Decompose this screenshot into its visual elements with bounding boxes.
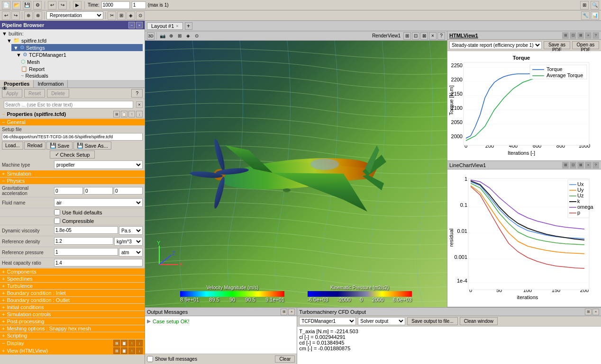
- use-fluid-defaults-label[interactable]: Use fluid defaults: [54, 209, 143, 215]
- turbulence-section-header[interactable]: + Turbulence: [0, 283, 145, 289]
- html-view-dropdown[interactable]: Steady-state report (efficiency probe 1): [449, 41, 542, 49]
- simulation-section-header[interactable]: + Simulation: [0, 170, 145, 177]
- redo-icon[interactable]: ↪: [58, 1, 67, 9]
- layout-tab-close[interactable]: ×: [176, 24, 178, 28]
- save-pdf-button[interactable]: Save as PDF: [544, 41, 570, 49]
- tb2-icon5[interactable]: ✂: [108, 11, 116, 20]
- view-icon3[interactable]: ⊙: [193, 32, 200, 40]
- clear-button[interactable]: Clear: [275, 355, 295, 363]
- search-clear-btn[interactable]: ×: [136, 101, 143, 108]
- tb2-icon2[interactable]: ↪: [11, 11, 20, 20]
- compressible-checkbox-label[interactable]: Compressible: [54, 218, 143, 224]
- use-fluid-defaults-checkbox[interactable]: [54, 209, 60, 215]
- heat-cap-input[interactable]: [54, 259, 143, 266]
- meshing-section-header[interactable]: + Meshing options : Snappy hex mesh: [0, 325, 145, 332]
- reset-button[interactable]: Reset: [24, 89, 45, 98]
- delete-button[interactable]: Delete: [47, 89, 69, 98]
- om-btn2[interactable]: ×: [288, 309, 295, 315]
- play-icon[interactable]: ▶: [73, 1, 82, 9]
- view-btn3[interactable]: ↑: [128, 347, 135, 354]
- general-section-header[interactable]: − General: [0, 119, 145, 125]
- html-view-btn3[interactable]: ⊠: [577, 32, 584, 39]
- props-btn1[interactable]: ⊞: [113, 111, 120, 117]
- open-pdf-button[interactable]: Open as PDF: [572, 41, 599, 49]
- ref-pressure-unit[interactable]: atm: [119, 248, 143, 257]
- save-output-button[interactable]: Save output to file...: [407, 317, 457, 325]
- lc-btn3[interactable]: ⊠: [577, 162, 584, 169]
- tree-settings[interactable]: ▼ ⚙ Settings: [11, 44, 143, 51]
- view-3d-btn[interactable]: 3D: [147, 32, 155, 40]
- tcfd-manager-select[interactable]: TCFDManager1: [299, 317, 356, 325]
- post-processing-section-header[interactable]: + Post-processing: [0, 318, 145, 325]
- machine-type-select[interactable]: propeller: [54, 160, 143, 169]
- reload-button[interactable]: Reload: [24, 142, 46, 150]
- expand-triangle[interactable]: ▶: [147, 318, 151, 324]
- axis-icon[interactable]: ⊕: [167, 32, 175, 40]
- show-full-messages-checkbox[interactable]: [147, 356, 153, 362]
- add-tab-button[interactable]: +: [185, 22, 192, 30]
- display-btn4[interactable]: ↓: [136, 340, 143, 346]
- visibility-eye[interactable]: 👁: [2, 85, 8, 92]
- scripting-section-header[interactable]: + Scripting: [0, 332, 145, 339]
- lc-close[interactable]: ×: [585, 162, 592, 169]
- render-area[interactable]: X Y Z Velocity Magnitude (m/s): [145, 41, 447, 307]
- dynamic-viscosity-unit[interactable]: Pa.s: [119, 226, 143, 235]
- time-input[interactable]: [101, 1, 130, 9]
- solver-output-select[interactable]: Solver output: [358, 317, 405, 325]
- tree-report[interactable]: 📋 Report: [21, 65, 143, 72]
- tree-builtin[interactable]: ▼ builtin:: [2, 30, 143, 37]
- props-btn3[interactable]: ↑: [128, 111, 135, 117]
- compressible-checkbox[interactable]: [54, 218, 60, 224]
- lc-btn1[interactable]: ⊞: [562, 162, 569, 169]
- rv-btn4[interactable]: ×: [429, 32, 437, 40]
- view-btn1[interactable]: ⊞: [113, 347, 120, 354]
- pipeline-btn1[interactable]: −: [128, 22, 135, 28]
- dynamic-viscosity-input[interactable]: [54, 226, 118, 234]
- representation-dropdown[interactable]: Representation: [46, 11, 103, 19]
- lc-help[interactable]: ?: [592, 162, 599, 169]
- tree-tcfd[interactable]: ▼ ⚙ TCFDManager1: [16, 51, 143, 58]
- rv-btn1[interactable]: ⊞: [403, 32, 411, 40]
- ref-density-unit[interactable]: kg/m^3: [114, 237, 143, 246]
- ref-pressure-input[interactable]: [54, 248, 118, 256]
- save-as-button[interactable]: 💾Save As...: [73, 142, 111, 150]
- clean-window-button[interactable]: Clean window: [460, 317, 498, 325]
- help-button[interactable]: ?: [131, 89, 143, 98]
- open-icon[interactable]: 📂: [12, 1, 21, 9]
- lc-btn2[interactable]: ⊡: [570, 162, 576, 169]
- tree-residuals[interactable]: ~ Residuals: [21, 72, 143, 79]
- bc-outlet-section-header[interactable]: + Boundary condition : Outlet: [0, 297, 145, 303]
- view-icon2[interactable]: ◈: [184, 32, 192, 40]
- props-btn2[interactable]: 📋: [121, 111, 127, 117]
- html-view-btn1[interactable]: ⊞: [562, 32, 569, 39]
- display-btn3[interactable]: ↑: [128, 340, 135, 346]
- layout-tab[interactable]: Layout #1 ×: [147, 22, 183, 30]
- step-input[interactable]: [132, 1, 146, 9]
- html-view-close[interactable]: ×: [585, 32, 592, 39]
- components-section-header[interactable]: + Components: [0, 268, 145, 275]
- undo-icon[interactable]: ↩: [48, 1, 56, 9]
- sim-controls-section-header[interactable]: + Simulation controls: [0, 311, 145, 318]
- rv-btn2[interactable]: ⊡: [412, 32, 419, 40]
- grav-x-input[interactable]: [54, 187, 83, 195]
- grav-z-input[interactable]: [114, 187, 143, 195]
- tab-information[interactable]: Information: [34, 80, 68, 88]
- to-btn2[interactable]: ×: [592, 309, 599, 315]
- tree-mesh[interactable]: ⬡ Mesh: [21, 58, 143, 65]
- physics-section-header[interactable]: − Physics: [0, 178, 145, 184]
- view-btn2[interactable]: 📋: [121, 347, 127, 354]
- view-htmlview-header[interactable]: + View (HTMLView) ⊞ 📋 ↑ ↓: [0, 347, 145, 355]
- rv-btn3[interactable]: ⊠: [420, 32, 428, 40]
- search-input[interactable]: [4, 101, 133, 108]
- initial-conditions-section-header[interactable]: + Initial conditions: [0, 304, 145, 311]
- tb2-icon6[interactable]: ⊞: [117, 11, 126, 20]
- display-section-header[interactable]: − Display ⊞ 📋 ↑ ↓: [0, 339, 145, 347]
- view-icon1[interactable]: ⊞: [176, 32, 183, 40]
- tb2-icon4[interactable]: ⊗: [34, 11, 42, 20]
- to-btn1[interactable]: ⊞: [585, 309, 592, 315]
- tree-spitfire[interactable]: ▼ 📁 spitfire.tcfd: [7, 37, 143, 44]
- new-icon[interactable]: 📄: [2, 1, 10, 9]
- check-setup-button[interactable]: ✓Check Setup: [50, 151, 95, 159]
- camera-icon[interactable]: 📷: [159, 32, 166, 40]
- display-btn1[interactable]: ⊞: [113, 340, 120, 346]
